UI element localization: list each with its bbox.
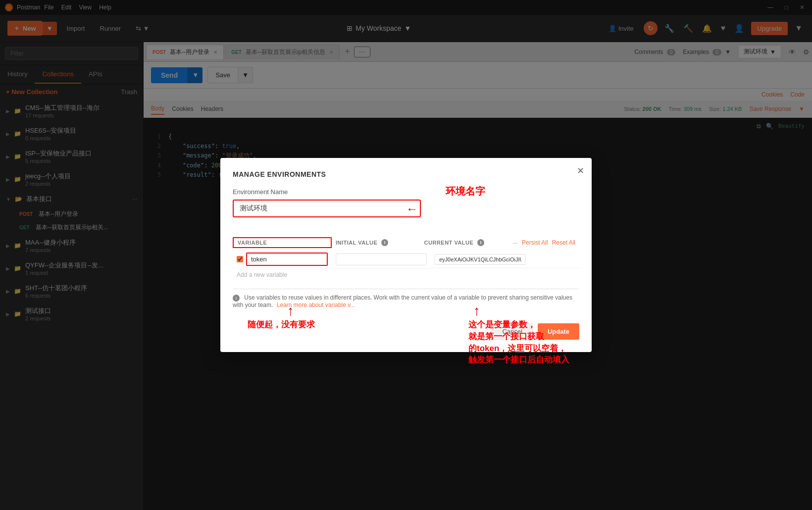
current-value-input[interactable] (435, 254, 526, 265)
variable-name-cell (233, 253, 332, 266)
annotation-val-text: 这个是变量参数，就是第一个接口获取的token，这里可以空着，触发第一个接口后自… (468, 319, 569, 366)
reset-all-button[interactable]: Reset All (552, 239, 575, 246)
initial-value-input[interactable] (336, 254, 427, 265)
annotation-arrow-env: ← (406, 202, 418, 216)
variable-col-header: VARIABLE (233, 237, 332, 248)
table-action-buttons: ··· Persist All Reset All (508, 238, 579, 248)
current-col-header: CURRENT VALUE i (420, 238, 509, 248)
variable-name-input[interactable] (246, 253, 328, 266)
modal-title: MANAGE ENVIRONMENTS (233, 170, 579, 178)
current-value-cell (431, 254, 530, 265)
info-section: i Use variables to reuse values in diffe… (233, 289, 579, 313)
dots-button[interactable]: ··· (512, 239, 518, 247)
table-header-row: VARIABLE INITIAL VALUE i CURRENT VALUE i… (233, 237, 579, 248)
add-variable-row[interactable]: Add a new variable (233, 268, 579, 281)
info-icon-circle: i (233, 295, 240, 302)
modal-overlay: MANAGE ENVIRONMENTS ✕ Environment Name 环… (0, 0, 812, 510)
manage-environments-modal: MANAGE ENVIRONMENTS ✕ Environment Name 环… (220, 158, 592, 352)
annotation-var-text: 随便起，没有要求 (248, 319, 315, 330)
annotation-var-arrow: ↑ (287, 304, 294, 318)
initial-value-cell (332, 254, 431, 265)
variable-checkbox[interactable] (237, 256, 243, 262)
env-name-row: 环境名字 ← (233, 200, 579, 227)
persist-all-button[interactable]: Persist All (522, 239, 548, 246)
env-name-label: Environment Name (233, 188, 579, 196)
annotation-env-name: 环境名字 (446, 185, 485, 198)
environment-name-input[interactable] (233, 200, 421, 217)
annotation-val-arrow: ↑ (473, 304, 480, 318)
initial-col-header: INITIAL VALUE i (332, 238, 420, 248)
modal-close-button[interactable]: ✕ (577, 165, 584, 176)
variable-row-token (233, 251, 579, 268)
variables-section: VARIABLE INITIAL VALUE i CURRENT VALUE i… (233, 237, 579, 281)
initial-info-icon[interactable]: i (381, 239, 388, 246)
current-info-icon[interactable]: i (477, 239, 484, 246)
